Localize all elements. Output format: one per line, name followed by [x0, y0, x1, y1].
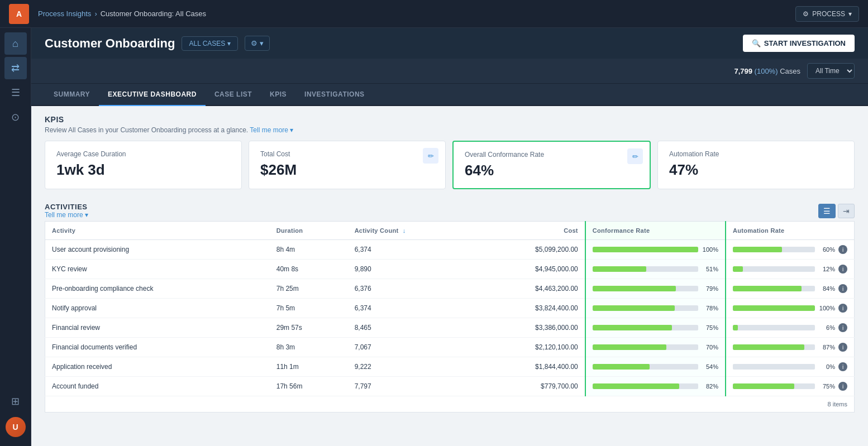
sidebar-item-process[interactable]: ⇄ [4, 57, 27, 79]
conformance-bar-track [593, 266, 698, 272]
automation-pct-label: 87% [818, 344, 835, 351]
breadcrumb-current: Customer Onboarding: All Cases [101, 9, 206, 18]
cell-count: 8,465 [348, 318, 474, 338]
time-filter-select[interactable]: All Time [807, 63, 855, 79]
info-icon[interactable]: i [838, 245, 847, 254]
cell-automation: 12% i [726, 260, 855, 279]
tab-summary[interactable]: SUMMARY [45, 84, 99, 106]
conformance-bar-fill [593, 266, 646, 272]
cases-filter-button[interactable]: ALL CASES ▾ [182, 36, 238, 51]
conformance-bar-track [593, 344, 698, 350]
kpis-subtitle: Review All Cases in your Customer Onboar… [45, 126, 855, 134]
table-row: Financial documents verified 8h 3m 7,067… [45, 338, 855, 357]
conformance-bar-fill [593, 383, 679, 389]
kpi-edit-cost-button[interactable]: ✏ [423, 148, 438, 164]
start-investigation-button[interactable]: 🔍 START INVESTIGATION [743, 35, 855, 52]
cell-cost: $3,824,400.00 [474, 299, 585, 318]
automation-pct-label: 6% [818, 324, 835, 331]
breadcrumb-parent[interactable]: Process Insights [38, 9, 91, 18]
kpi-card-average-duration: Average Case Duration 1wk 3d [45, 141, 242, 189]
cell-duration: 8h 3m [270, 338, 348, 357]
table-view-button[interactable]: ☰ [818, 204, 836, 218]
info-icon[interactable]: i [838, 304, 847, 313]
info-icon[interactable]: i [838, 265, 847, 274]
activities-tbody: User account provisioning 8h 4m 6,374 $5… [45, 240, 855, 396]
cases-count: 7,799 (100%) Cases [734, 67, 800, 75]
table-row: Pre-onboarding compliance check 7h 25m 6… [45, 279, 855, 299]
automation-bar-fill [733, 325, 738, 330]
chevron-down-icon: ▾ [260, 39, 264, 47]
conformance-bar-fill [593, 364, 650, 370]
cell-cost: $3,386,000.00 [474, 318, 585, 338]
automation-bar-track [733, 344, 815, 350]
col-conformance-rate: Conformance Rate [585, 222, 726, 240]
info-icon[interactable]: i [838, 382, 847, 391]
info-icon[interactable]: i [838, 323, 847, 332]
top-nav-right: ⚙ PROCESS ▾ [795, 6, 859, 22]
cell-automation: 60% i [726, 240, 855, 260]
start-investigation-label: START INVESTIGATION [764, 39, 846, 47]
cell-activity-name: Pre-onboarding compliance check [45, 279, 270, 299]
sidebar-bottom: ⊞ U [4, 390, 27, 442]
main-layout: ⌂ ⇄ ☰ ⊙ ⊞ U Customer Onboarding ALL CASE… [0, 28, 868, 446]
filter-bar: 7,799 (100%) Cases All Time [31, 59, 868, 84]
automation-bar-track [733, 383, 815, 389]
automation-pct-label: 12% [818, 266, 835, 272]
automation-pct-label: 0% [818, 363, 835, 370]
info-icon[interactable]: i [838, 362, 847, 371]
chevron-down-icon: ▾ [227, 40, 231, 47]
gear-icon: ⚙ [803, 10, 809, 18]
cell-duration: 29m 57s [270, 318, 348, 338]
cell-duration: 11h 1m [270, 357, 348, 377]
conformance-bar-fill [593, 344, 666, 350]
cases-filter-label: ALL CASES [189, 40, 225, 47]
conformance-bar-track [593, 247, 698, 252]
info-icon[interactable]: i [838, 284, 847, 293]
cell-activity-name: User account provisioning [45, 240, 270, 260]
settings-button[interactable]: ⚙ ▾ [245, 36, 270, 51]
col-automation-rate: Automation Rate [726, 222, 855, 240]
tab-case-list[interactable]: CASE LIST [206, 84, 261, 106]
conformance-bar-track [593, 325, 698, 330]
tab-investigations[interactable]: INVESTIGATIONS [295, 84, 373, 106]
sidebar-item-home[interactable]: ⌂ [4, 32, 27, 55]
conformance-bar-track [593, 364, 698, 370]
cell-conformance: 54% [585, 357, 726, 377]
automation-bar-track [733, 325, 815, 330]
automation-bar-track [733, 247, 815, 252]
chevron-down-icon: ▾ [848, 10, 852, 18]
activities-tell-me-more[interactable]: Tell me more ▾ [45, 211, 88, 219]
avatar[interactable]: U [6, 417, 26, 437]
table-row: Account funded 17h 56m 7,797 $779,700.00… [45, 377, 855, 396]
automation-bar-fill [733, 344, 804, 350]
tab-executive-dashboard[interactable]: EXECUTIVE DASHBOARD [99, 84, 206, 106]
chart-view-button[interactable]: ⇥ [838, 204, 855, 218]
cell-activity-name: KYC review [45, 260, 270, 279]
kpis-subtitle-text: Review All Cases in your Customer Onboar… [45, 126, 248, 134]
cell-conformance: 51% [585, 260, 726, 279]
table-row: Notify approval 7h 5m 6,374 $3,824,400.0… [45, 299, 855, 318]
process-button[interactable]: ⚙ PROCESS ▾ [795, 6, 859, 22]
kpi-label-conformance: Overall Conformance Rate [465, 151, 638, 159]
conformance-pct-label: 78% [702, 305, 718, 311]
kpi-label-duration: Average Case Duration [56, 150, 230, 158]
sidebar-item-shield[interactable]: ⊙ [4, 106, 27, 128]
sidebar-item-grid[interactable]: ⊞ [4, 390, 27, 413]
kpi-card-conformance-rate: Overall Conformance Rate 64% ✏ [452, 141, 651, 189]
sidebar-item-list[interactable]: ☰ [4, 81, 27, 104]
conformance-bar-fill [593, 305, 675, 311]
cases-number: 7,799 [734, 67, 752, 75]
col-activity-count[interactable]: Activity Count ↓ [348, 222, 474, 240]
automation-bar-fill [733, 266, 743, 272]
cell-duration: 17h 56m [270, 377, 348, 396]
kpi-edit-conformance-button[interactable]: ✏ [627, 148, 643, 164]
activities-title: ACTIVITIES [45, 203, 88, 211]
page-title: Customer Onboarding [45, 36, 175, 51]
cell-cost: $4,463,200.00 [474, 279, 585, 299]
kpis-tell-me-more-link[interactable]: Tell me more ▾ [250, 126, 293, 134]
automation-bar-fill [733, 286, 802, 291]
info-icon[interactable]: i [838, 343, 847, 352]
tab-kpis[interactable]: KPIs [261, 84, 295, 106]
cell-duration: 7h 5m [270, 299, 348, 318]
cell-activity-name: Financial review [45, 318, 270, 338]
